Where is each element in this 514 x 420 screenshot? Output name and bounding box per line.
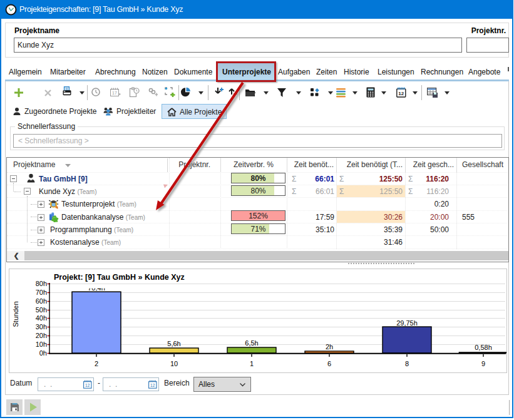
svg-text:2h: 2h bbox=[326, 343, 333, 351]
svg-text:80h: 80h bbox=[36, 280, 47, 287]
svg-text:20h: 20h bbox=[36, 332, 47, 339]
svg-text:60h: 60h bbox=[36, 297, 47, 305]
svg-text:6,5h: 6,5h bbox=[245, 339, 258, 347]
svg-text:10: 10 bbox=[170, 360, 178, 367]
svg-text:9: 9 bbox=[481, 360, 485, 367]
svg-text:2: 2 bbox=[95, 360, 98, 367]
svg-text:12: 12 bbox=[85, 383, 90, 387]
svg-text:29,75h: 29,75h bbox=[396, 319, 418, 327]
svg-text:12: 12 bbox=[398, 91, 404, 96]
svg-text:8: 8 bbox=[405, 360, 409, 367]
svg-text:17: 17 bbox=[112, 91, 117, 95]
svg-text:0,58h: 0,58h bbox=[475, 344, 492, 351]
svg-text:70h: 70h bbox=[36, 289, 47, 296]
svg-text:50h: 50h bbox=[36, 306, 47, 314]
svg-text:Stunden: Stunden bbox=[12, 302, 19, 327]
svg-text:10h: 10h bbox=[36, 341, 47, 348]
svg-text:70,4h: 70,4h bbox=[88, 284, 105, 292]
svg-text:12: 12 bbox=[150, 383, 155, 387]
svg-text:30h: 30h bbox=[36, 323, 47, 330]
svg-text:40h: 40h bbox=[36, 314, 47, 322]
svg-text:1: 1 bbox=[250, 360, 254, 367]
svg-text:5,6h: 5,6h bbox=[167, 340, 180, 347]
svg-text:0h: 0h bbox=[39, 349, 47, 357]
svg-text:Projekt: [9] Tau GmbH » Kunde: Projekt: [9] Tau GmbH » Kunde Xyz bbox=[54, 273, 185, 282]
svg-text:6: 6 bbox=[327, 360, 331, 367]
